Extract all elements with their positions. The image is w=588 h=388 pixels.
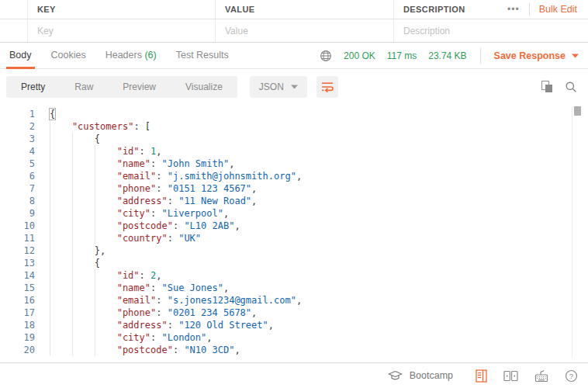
code-text: "country": "UK": [50, 232, 201, 244]
indent-guide: [95, 170, 117, 182]
indent-guide: [95, 145, 117, 158]
code-line: 18"address": "120 Old Street",: [0, 319, 588, 331]
line-number: 4: [0, 145, 35, 158]
save-response-button[interactable]: Save Response: [494, 50, 579, 61]
tab-test-results[interactable]: Test Results: [173, 43, 232, 69]
mode-raw[interactable]: Raw: [60, 81, 108, 92]
key-column-header: KEY: [37, 5, 56, 14]
code-line: 12},: [0, 244, 588, 257]
mode-visualize[interactable]: Visualize: [171, 81, 237, 92]
line-number: 20: [0, 344, 35, 356]
indent-guide: [50, 170, 72, 182]
editor-scrollbar-thumb[interactable]: [574, 106, 581, 116]
params-table-header-row: KEY VALUE DESCRIPTION ••• Bulk Edit: [0, 0, 588, 19]
indent-guide: [50, 344, 72, 356]
code-line: 20"postcode": "N10 3CD",: [0, 344, 588, 356]
more-ellipsis-icon[interactable]: •••: [507, 4, 520, 15]
indent-guide: [72, 145, 95, 158]
code-text: "city": "London",: [50, 331, 213, 344]
line-number: 13: [0, 257, 35, 269]
description-input[interactable]: [403, 26, 577, 36]
code-lines: 1{2"customers": [3{4"id": 1,5"name": "Jo…: [0, 108, 588, 356]
indent-guide: [72, 133, 95, 145]
code-text: "id": 2,: [50, 269, 162, 282]
code-text: "postcode": "N10 3CD",: [50, 344, 240, 356]
tab-body[interactable]: Body: [6, 43, 35, 69]
two-pane-view-button[interactable]: [503, 370, 518, 382]
code-line: 2"customers": [: [0, 120, 588, 133]
key-input[interactable]: [37, 26, 215, 36]
indent-guide: [50, 282, 72, 294]
description-column-header: DESCRIPTION: [403, 5, 465, 14]
console-button[interactable]: [534, 369, 548, 383]
code-line: 19"city": "London",: [0, 331, 588, 344]
svg-text:?: ?: [569, 372, 573, 380]
tab-cookies[interactable]: Cookies: [48, 43, 89, 69]
changelog-button[interactable]: [476, 369, 487, 383]
code-text: "name": "Sue Jones",: [50, 282, 229, 294]
indent-guide: [50, 182, 72, 195]
params-table: KEY VALUE DESCRIPTION ••• Bulk Edit: [0, 0, 588, 43]
code-line: 3{: [0, 133, 588, 145]
indent-guide: [72, 207, 95, 220]
console-keyboard-icon: [534, 369, 548, 383]
code-line: 11"country": "UK": [0, 232, 588, 244]
code-text: "address": "11 New Road",: [50, 195, 257, 207]
indent-guide: [95, 269, 117, 282]
bootcamp-button[interactable]: Bootcamp: [388, 370, 453, 381]
indent-guide: [95, 294, 117, 307]
response-time: 117 ms: [387, 50, 417, 61]
indent-guide: [72, 319, 95, 331]
code-line: 14"id": 2,: [0, 269, 588, 282]
two-pane-icon: [503, 370, 518, 382]
indent-guide: [72, 269, 95, 282]
response-size: 23.74 KB: [428, 50, 466, 61]
indent-guide: [95, 344, 117, 356]
help-button[interactable]: ?: [565, 369, 578, 383]
value-column-header: VALUE: [225, 5, 254, 14]
tab-headers[interactable]: Headers (6): [102, 43, 160, 69]
line-number: 8: [0, 195, 35, 207]
editor-scrollbar: [572, 106, 579, 358]
indent-guide: [95, 158, 117, 170]
indent-guide: [50, 232, 72, 244]
mode-pretty[interactable]: Pretty: [6, 81, 60, 92]
line-number: 7: [0, 182, 35, 195]
response-view-toolbar: Pretty Raw Preview Visualize JSON: [0, 69, 588, 104]
code-line: 1{: [0, 108, 588, 120]
code-line: 7"phone": "0151 123 4567",: [0, 182, 588, 195]
line-number: 1: [0, 108, 35, 120]
value-input[interactable]: [225, 26, 393, 36]
params-handle-column: [0, 0, 28, 19]
globe-icon[interactable]: [320, 50, 332, 62]
response-body-editor[interactable]: 1{2"customers": [3{4"id": 1,5"name": "Jo…: [0, 104, 588, 362]
status-badge: 200 OK: [344, 50, 375, 61]
indent-guide: [50, 307, 72, 319]
code-line: 13{: [0, 257, 588, 269]
copy-response-button[interactable]: [541, 80, 553, 93]
indent-guide: [50, 269, 72, 282]
bulk-edit-button[interactable]: Bulk Edit: [539, 4, 577, 15]
line-number: 12: [0, 244, 35, 257]
indent-guide: [72, 232, 95, 244]
code-text: "city": "Liverpool",: [50, 207, 229, 220]
indent-guide: [50, 195, 72, 207]
indent-guide: [72, 257, 95, 269]
status-footer: Bootcamp ?: [0, 362, 588, 388]
line-number: 15: [0, 282, 35, 294]
line-number: 6: [0, 170, 35, 182]
view-mode-group: Pretty Raw Preview Visualize: [6, 76, 237, 98]
line-number: 17: [0, 307, 35, 319]
indent-guide: [72, 294, 95, 307]
code-line: 8"address": "11 New Road",: [0, 195, 588, 207]
code-text: "postcode": "L10 2AB",: [50, 220, 240, 232]
mode-preview[interactable]: Preview: [108, 81, 171, 92]
language-select[interactable]: JSON: [250, 76, 307, 98]
search-response-button[interactable]: [565, 81, 577, 93]
code-text: "phone": "0151 123 4567",: [50, 182, 257, 195]
code-line: 6"email": "j.smith@johnsmith.org",: [0, 170, 588, 182]
indent-guide: [72, 331, 95, 344]
wrap-text-button[interactable]: [316, 76, 338, 98]
indent-guide: [72, 307, 95, 319]
indent-guide: [50, 319, 72, 331]
